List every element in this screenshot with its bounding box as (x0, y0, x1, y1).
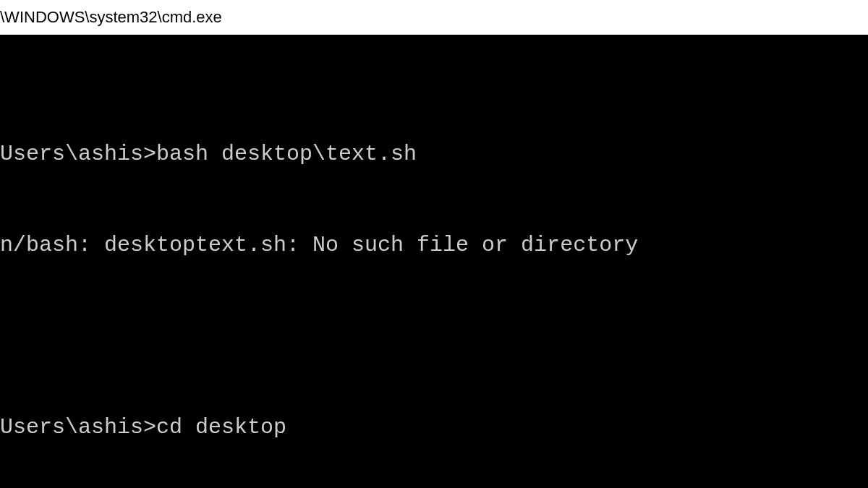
window-title: \WINDOWS\system32\cmd.exe (0, 8, 222, 27)
terminal-line: Users\ashis>cd desktop (0, 412, 868, 442)
terminal-viewport[interactable]: Users\ashis>bash desktop\text.sh n/bash:… (0, 35, 868, 488)
terminal-line: Users\ashis>bash desktop\text.sh (0, 139, 868, 169)
window-titlebar: \WINDOWS\system32\cmd.exe (0, 0, 868, 35)
terminal-line: n/bash: desktoptext.sh: No such file or … (0, 230, 868, 260)
terminal-blank-line (0, 321, 868, 351)
